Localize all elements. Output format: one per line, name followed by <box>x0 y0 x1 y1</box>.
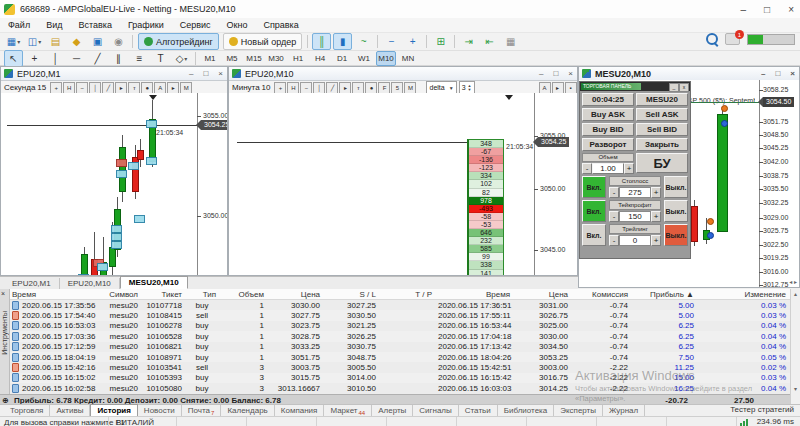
data-window-icon[interactable]: ▦ <box>501 33 520 50</box>
close-chart-icon[interactable]: × <box>218 69 223 78</box>
chart-tool-button[interactable]: ▸ <box>552 82 564 94</box>
menu-item-Окно[interactable]: Окно <box>219 20 256 30</box>
param-minus-button[interactable]: - <box>609 187 619 198</box>
param-minus-button[interactable]: - <box>609 211 619 222</box>
tile-windows-icon[interactable]: ⊞ <box>431 33 450 50</box>
column-header-Комиссия[interactable]: Комиссия <box>572 289 632 299</box>
timeframe-M15[interactable]: M15 <box>244 51 264 66</box>
table-row[interactable]: 2020.06.15 17:03:36mesu2010106528buy1302… <box>10 331 790 341</box>
param-stepper[interactable]: -150+ <box>609 211 661 222</box>
chart-tool-button[interactable]: ▪ <box>565 82 577 94</box>
search-icon[interactable] <box>706 33 718 45</box>
line-chart-icon[interactable]: ~ <box>354 33 373 50</box>
param-minus-button[interactable]: - <box>609 235 619 246</box>
bars-chart-icon[interactable]: ║ <box>312 33 331 50</box>
chart-area[interactable]: 3054.25 21:05:34 3055.003050.003045.00 3… <box>229 93 577 275</box>
timeframe-MN[interactable]: MN <box>398 51 418 66</box>
table-row[interactable]: 2020.06.15 17:54:40mesu2010108415sell130… <box>10 310 790 320</box>
minimize-chart-icon[interactable]: – <box>539 69 543 78</box>
algo-trading-button[interactable]: Алготрейдинг <box>138 33 219 50</box>
cursor-tool[interactable]: ↖ <box>4 50 23 67</box>
chart-tool-button[interactable]: H <box>287 82 299 94</box>
bottom-tab-Маркет[interactable]: Маркет44 <box>324 405 372 416</box>
column-header-Тикет[interactable]: Тикет <box>142 289 186 299</box>
enable-button[interactable]: Вкл. <box>582 224 606 246</box>
volume-stepper[interactable]: - 1.00 + <box>582 163 634 174</box>
chart-area[interactable]: 3054.25 21:05:34 3055.003050.00 <box>1 93 227 275</box>
chart-tool-button[interactable]: H <box>63 82 75 94</box>
candles-chart-icon[interactable]: ▮ <box>333 33 352 50</box>
vline-tool[interactable]: │ <box>46 50 65 67</box>
close-panel-icon[interactable]: × <box>1 290 5 297</box>
close-position-button[interactable]: Закрыть <box>636 138 688 151</box>
enable-button[interactable]: Вкл. <box>582 200 606 222</box>
param-value[interactable]: 275 <box>619 187 651 198</box>
disable-button[interactable]: Выкл. <box>664 200 688 222</box>
templates-icon[interactable]: ▤ <box>46 33 65 50</box>
minimize-chart-icon[interactable]: – <box>761 69 765 78</box>
maximize-chart-icon[interactable]: □ <box>553 69 558 78</box>
menu-item-Сервис[interactable]: Сервис <box>172 20 219 30</box>
chart-tool-button[interactable]: F <box>378 82 390 94</box>
reverse-button[interactable]: Разворот <box>582 138 634 151</box>
timeframe-M5[interactable]: M5 <box>222 51 242 66</box>
param-plus-button[interactable]: + <box>651 187 661 198</box>
volume-minus-button[interactable]: - <box>582 163 592 174</box>
table-row[interactable]: 2020.06.15 17:35:56mesu2010107718buy1303… <box>10 300 790 310</box>
timeframe-M1[interactable]: M1 <box>200 51 220 66</box>
buy-bid-button[interactable]: Buy BID <box>582 123 634 136</box>
column-header-Время[interactable]: Время <box>10 289 106 299</box>
maximize-chart-icon[interactable]: □ <box>775 69 780 78</box>
timeframe-H1[interactable]: H1 <box>288 51 308 66</box>
column-header-S / L[interactable]: S / L <box>324 289 380 299</box>
param-stepper[interactable]: -0+ <box>609 235 661 246</box>
zoom-out-icon[interactable]: − <box>382 33 401 50</box>
chart-tool-button[interactable]: A <box>539 82 551 94</box>
bottom-tab-Библиотека[interactable]: Библиотека <box>498 405 555 416</box>
param-value[interactable]: 0 <box>619 235 651 246</box>
menu-item-Справка[interactable]: Справка <box>255 20 306 30</box>
minimize-window-icon[interactable]: – <box>741 4 747 15</box>
maximize-chart-icon[interactable]: □ <box>203 69 208 78</box>
news-signal-icon[interactable]: ◉ <box>109 33 128 50</box>
chart-tool-button[interactable]: − <box>76 82 88 94</box>
timeframe-W1[interactable]: W1 <box>354 51 374 66</box>
chart-tool-button[interactable]: + <box>274 82 286 94</box>
bottom-tab-Журнал[interactable]: Журнал <box>603 405 645 416</box>
chart-tool-button[interactable]: ╱ <box>326 82 338 94</box>
strategy-tester-label[interactable]: Тестер стратегий <box>730 405 794 414</box>
menu-item-Файл[interactable]: Файл <box>0 20 38 30</box>
bottom-tab-Сигналы[interactable]: Сигналы <box>413 405 458 416</box>
bottom-tab-Статьи[interactable]: Статьи <box>459 405 498 416</box>
chart-tab-EPU20,M10[interactable]: EPU20,M10 <box>60 278 120 289</box>
disable-button[interactable]: Выкл. <box>664 176 688 198</box>
chart-tool-button[interactable]: M <box>404 82 416 94</box>
minimize-chart-icon[interactable]: – <box>189 69 193 78</box>
chart-titlebar[interactable]: EPU20,M10 – □ × <box>229 67 577 81</box>
maximize-window-icon[interactable]: □ <box>764 4 770 15</box>
notifications-icon[interactable]: 1 <box>725 33 740 45</box>
menu-item-Графики[interactable]: Графики <box>120 20 172 30</box>
chart-tool-button[interactable]: − <box>300 82 312 94</box>
close-chart-icon[interactable]: × <box>568 69 573 78</box>
column-header-Время[interactable]: Время <box>436 289 514 299</box>
symbol-button[interactable]: MESU20 <box>636 93 688 106</box>
close-chart-icon[interactable]: × <box>790 69 795 78</box>
scroll-up-icon[interactable]: ▴ <box>791 290 800 297</box>
bottom-tab-Эксперты[interactable]: Эксперты <box>554 405 603 416</box>
table-row[interactable]: 2020.06.15 16:15:02mesu2010105393buy3301… <box>10 373 790 383</box>
param-plus-button[interactable]: + <box>651 211 661 222</box>
table-row[interactable]: 2020.06.15 17:12:59mesu2010106821buy1303… <box>10 342 790 352</box>
chart-tool-button[interactable]: ● <box>365 82 377 94</box>
timeframe-D1[interactable]: D1 <box>332 51 352 66</box>
new-order-button[interactable]: Новый ордер <box>223 33 302 50</box>
chart-tool-button[interactable]: M <box>180 82 192 94</box>
table-row[interactable]: 2020.06.15 16:02:58mesu2010105080buy3301… <box>10 383 790 393</box>
menu-item-Вид[interactable]: Вид <box>38 20 70 30</box>
column-header-Цена[interactable]: Цена <box>268 289 324 299</box>
chart-tool-button[interactable]: │ <box>89 82 101 94</box>
column-header-Прибыль[interactable]: Прибыль ▲ <box>632 289 698 299</box>
column-header-T / P[interactable]: T / P <box>380 289 436 299</box>
timer-button[interactable]: 00:04:25 <box>582 93 634 106</box>
bottom-tab-Алерты[interactable]: Алерты <box>372 405 413 416</box>
